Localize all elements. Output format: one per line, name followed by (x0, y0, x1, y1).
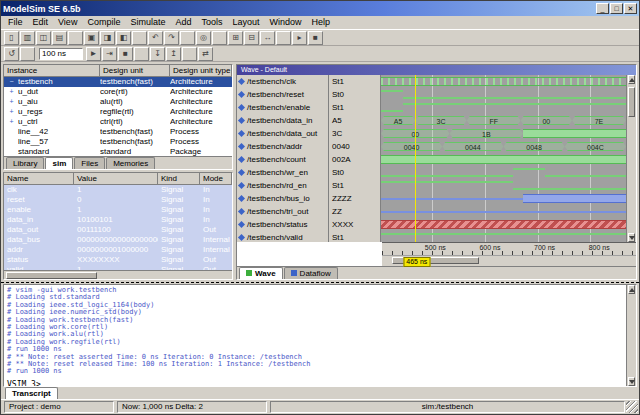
wave-signal-name-row[interactable]: /testbench/enable (237, 101, 328, 114)
menu-item[interactable]: Compile (82, 16, 125, 29)
transcript-prompt[interactable]: VSIM 3> (7, 376, 623, 386)
wave-signal-name-row[interactable]: /testbench/reset (237, 88, 328, 101)
wave-timeline-ruler[interactable]: 500 ns600 ns700 ns800 ns (382, 242, 636, 255)
zoom-in-button[interactable]: ⊞ (228, 31, 243, 45)
column-header-design-unit[interactable]: Design unit (100, 65, 170, 76)
scroll-down-arrow-icon[interactable] (628, 377, 635, 386)
workspace-tab[interactable]: Files (74, 157, 105, 169)
object-row[interactable]: enable 1 Signal In (4, 205, 232, 215)
object-row[interactable]: status XXXXXXXX Signal Out (4, 255, 232, 265)
scrollbar-thumb[interactable] (628, 87, 635, 117)
toolbar-separator[interactable] (212, 31, 227, 45)
menu-item[interactable]: View (53, 16, 82, 29)
column-header-instance[interactable]: Instance (4, 65, 100, 76)
wave-tab[interactable]: Dataflow (284, 267, 338, 279)
wave-signal-name-row[interactable]: /testbench/addr (237, 140, 328, 153)
object-row[interactable]: reset 0 Signal In (4, 195, 232, 205)
scroll-up-arrow-icon[interactable] (628, 75, 635, 84)
column-header-name[interactable]: Name (4, 173, 74, 184)
instance-tree-row[interactable]: + u_dut core(rtl) Architecture (4, 87, 232, 97)
find-button[interactable]: ◎ (196, 31, 211, 45)
new-file-button[interactable]: ▯ (4, 31, 19, 45)
wave-row[interactable] (381, 205, 626, 218)
step-button[interactable]: ↧ (150, 47, 165, 61)
close-button[interactable]: ✕ (624, 3, 637, 14)
wave-row[interactable] (381, 88, 626, 101)
transcript-vertical-scrollbar[interactable] (626, 285, 636, 386)
wave-cursor-time-badge[interactable]: 465 ns (403, 257, 430, 267)
zoom-full-button[interactable]: ↔ (260, 31, 275, 45)
wave-row[interactable] (381, 179, 626, 192)
objects-horizontal-scrollbar[interactable] (4, 270, 232, 279)
instance-tree-row[interactable]: + u_alu alu(rtl) Architecture (4, 97, 232, 107)
wave-row[interactable]: 001B (381, 127, 626, 140)
workspace-tab[interactable]: Library (6, 157, 44, 169)
wave-canvas[interactable]: A53CFF007E001B004000440048004C (381, 75, 626, 242)
title-bar[interactable]: ModelSim SE 6.5b _ □ ✕ (1, 1, 639, 16)
wave-signal-name-row[interactable]: /testbench/status (237, 218, 328, 231)
transcript-tab[interactable]: Transcript (5, 387, 58, 399)
run-length-input[interactable] (39, 48, 83, 60)
instance-tree-row[interactable]: line__57 testbench(fast) Process (4, 137, 232, 147)
compile-all-button[interactable]: ■ (308, 31, 323, 45)
wave-signal-name-row[interactable]: /testbench/wr_en (237, 166, 328, 179)
open-file-button[interactable]: ▥ (20, 31, 35, 45)
step-over-button[interactable]: ↥ (166, 47, 181, 61)
scroll-down-arrow-icon[interactable] (628, 233, 635, 242)
instance-tree-row[interactable]: standard standard Package (4, 147, 232, 156)
object-row[interactable]: clk 1 Signal In (4, 185, 232, 195)
column-header-mode[interactable]: Mode (200, 173, 232, 184)
toolbar-separator[interactable] (180, 31, 195, 45)
wave-vertical-scrollbar[interactable] (626, 75, 636, 242)
copy-button[interactable]: ◨ (100, 31, 115, 45)
wave-row[interactable] (381, 218, 626, 231)
cut-button[interactable]: ▣ (84, 31, 99, 45)
save-button[interactable]: ◫ (36, 31, 51, 45)
menu-item[interactable]: Add (170, 16, 196, 29)
wave-row[interactable]: 004000440048004C (381, 140, 626, 153)
wave-window-title[interactable]: Wave - Default (237, 65, 636, 75)
object-row[interactable]: data_in 10100101 Signal In (4, 215, 232, 225)
run-button[interactable]: ► (86, 47, 101, 61)
wave-cursor-line[interactable] (415, 75, 416, 242)
print-button[interactable]: ▤ (52, 31, 67, 45)
wave-horizontal-scrollbar[interactable]: 465 ns (382, 255, 636, 266)
maximize-button[interactable]: □ (610, 3, 623, 14)
toolbar-separator[interactable] (132, 31, 147, 45)
toolbar-separator[interactable] (134, 47, 149, 61)
expand-icon[interactable]: + (7, 87, 16, 96)
toolbar-separator[interactable] (182, 47, 197, 61)
scrollbar-thumb[interactable] (6, 272, 97, 279)
paste-button[interactable]: ◧ (116, 31, 131, 45)
continue-run-button[interactable]: ⇥ (102, 47, 117, 61)
wave-row[interactable] (381, 75, 626, 88)
wave-row[interactable] (381, 192, 626, 205)
instance-tree-row[interactable]: + u_regs regfile(rtl) Architecture (4, 107, 232, 117)
object-row[interactable]: data_out 00111100 Signal Out (4, 225, 232, 235)
expand-icon[interactable] (7, 127, 16, 136)
column-header-kind[interactable]: Kind (158, 173, 200, 184)
wave-row[interactable] (381, 153, 626, 166)
wave-row[interactable] (381, 101, 626, 114)
minimize-button[interactable]: _ (596, 3, 609, 14)
toolbar-separator[interactable] (276, 31, 291, 45)
expand-icon[interactable]: + (7, 107, 16, 116)
wave-tab[interactable]: Wave (239, 267, 283, 279)
menu-item[interactable]: Window (264, 16, 306, 29)
toolbar-separator[interactable] (20, 47, 35, 61)
wave-signal-name-row[interactable]: /testbench/tri_out (237, 205, 328, 218)
expand-icon[interactable] (7, 147, 16, 156)
menu-item[interactable]: Layout (227, 16, 264, 29)
menu-item[interactable]: File (3, 16, 28, 29)
menu-item[interactable]: Simulate (125, 16, 170, 29)
instance-tree-row[interactable]: line__42 testbench(fast) Process (4, 127, 232, 137)
resize-grip-icon[interactable] (626, 401, 638, 413)
expand-icon[interactable]: + (7, 117, 16, 126)
break-button[interactable]: ■ (118, 47, 133, 61)
compile-button[interactable]: ▸ (292, 31, 307, 45)
instance-tree-row[interactable]: + u_ctrl ctrl(rtl) Architecture (4, 117, 232, 127)
object-row[interactable]: addr 0000000001000000 Signal Internal (4, 245, 232, 255)
column-header-design-unit-type[interactable]: Design unit type (170, 65, 232, 76)
menu-item[interactable]: Tools (196, 16, 227, 29)
wave-signal-name-row[interactable]: /testbench/data_in (237, 114, 328, 127)
